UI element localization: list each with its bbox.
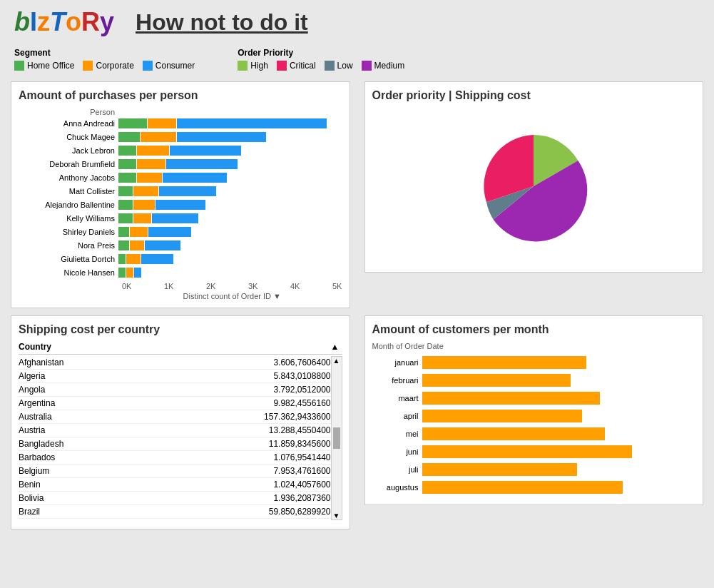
bar-label: Jack Lebron — [19, 146, 118, 155]
month-row: augustus — [372, 480, 696, 495]
bottom-left: Shipping cost per country Country ▲ Afgh… — [7, 312, 354, 533]
table-row: Bolivia 1.936,2087360 — [19, 492, 331, 505]
logo-z: z — [37, 7, 50, 36]
bar-segments — [118, 200, 342, 210]
bottom-right: Amount of customers per month Month of O… — [361, 312, 708, 533]
bar-label: Shirley Daniels — [19, 228, 118, 236]
bar-row: Nicole Hansen — [19, 266, 342, 279]
bar-blue — [170, 146, 241, 156]
person-column-header: Person — [19, 108, 118, 116]
country-cell: Belgium — [19, 466, 175, 476]
bar-orange — [130, 240, 144, 250]
bar-row: Chuck Magee — [19, 131, 342, 143]
page-title: How not to do it — [136, 9, 308, 36]
critical-color — [277, 61, 287, 71]
bar-row: Nora Preis — [19, 239, 342, 252]
logo-I: I — [30, 7, 37, 36]
legend-high: High — [238, 61, 268, 71]
bar-orange — [148, 118, 176, 128]
month-label: juni — [372, 447, 422, 456]
bar-segments — [118, 227, 342, 237]
bar-green — [118, 268, 126, 278]
month-bar — [422, 374, 571, 387]
month-bar — [422, 445, 632, 458]
bottom-content: Shipping cost per country Country ▲ Afgh… — [0, 312, 714, 533]
month-row: februari — [372, 372, 696, 388]
month-chart-rows: januari februari maart april mei juni ju… — [372, 355, 696, 495]
priority-legend-title: Order Priority — [238, 48, 404, 58]
country-cell: Angola — [19, 385, 175, 395]
bar-row: Alejandro Ballentine — [19, 198, 342, 211]
logo-b: b — [14, 7, 30, 36]
bar-green — [118, 213, 133, 223]
bar-row: Matt Collister — [19, 185, 342, 198]
bar-green — [118, 200, 133, 210]
cost-cell: 3.792,0512000 — [175, 385, 331, 395]
scroll-up-arrow[interactable]: ▲ — [332, 357, 342, 365]
right-column: Order priority | Shipping cost — [361, 78, 708, 312]
purchases-bar-chart: Person Anna Andreadi Chuck Magee Jack Le… — [19, 108, 342, 300]
month-bar — [422, 410, 582, 422]
bar-blue — [155, 200, 205, 210]
bar-blue — [145, 240, 180, 250]
header: bIzToRy How not to do it — [0, 0, 714, 44]
logo-o: o — [66, 7, 81, 36]
scrollbar[interactable]: ▲ ▼ — [331, 356, 342, 520]
month-label: mei — [372, 430, 422, 438]
bar-row: Giulietta Dortch — [19, 253, 342, 265]
bar-green — [118, 159, 136, 169]
bar-chart-rows: Anna Andreadi Chuck Magee Jack Lebron De… — [19, 117, 342, 279]
pie-chart-title: Order priority | Shipping cost — [372, 89, 696, 102]
bar-label: Deborah Brumfield — [19, 160, 118, 168]
bar-green — [118, 227, 129, 237]
scroll-thumb[interactable] — [333, 427, 340, 449]
scroll-up-btn[interactable]: ▲ — [331, 342, 342, 352]
bar-segments — [118, 173, 342, 183]
bar-orange — [130, 227, 148, 237]
table-row: Austria 13.288,4550400 — [19, 424, 331, 437]
table-wrapper: Afghanistan 3.606,7606400 Algeria 5.843,… — [19, 356, 342, 520]
table-row: Barbados 1.076,9541440 — [19, 451, 331, 465]
home-office-label: Home Office — [27, 61, 74, 71]
table-row: Brazil 59.850,6289920 — [19, 505, 331, 519]
table-row: Belgium 7.953,4761600 — [19, 465, 331, 478]
bar-blue — [159, 186, 216, 196]
month-label: januari — [372, 358, 422, 367]
month-bar — [422, 356, 586, 369]
bar-segments — [118, 146, 342, 156]
x-label-2k: 2K — [206, 282, 215, 290]
cost-cell: 1.024,4057600 — [175, 480, 331, 490]
bar-orange — [141, 132, 176, 142]
scroll-down-arrow[interactable]: ▼ — [332, 512, 342, 519]
country-cell: Austria — [19, 425, 175, 435]
segment-legend-title: Segment — [14, 48, 195, 58]
country-cell: Australia — [19, 412, 175, 422]
month-axis-label: Month of Order Date — [372, 342, 696, 350]
month-label: april — [372, 412, 422, 420]
shipping-table-title: Shipping cost per country — [19, 323, 342, 336]
high-label: High — [250, 61, 268, 71]
bar-label: Matt Collister — [19, 187, 118, 196]
cost-cell: 9.982,4556160 — [175, 398, 331, 408]
month-bar — [422, 392, 601, 405]
bar-row: Kelly Williams — [19, 212, 342, 225]
x-label-5k: 5K — [332, 282, 342, 290]
bar-segments — [118, 132, 342, 142]
cost-cell: 1.076,9541440 — [175, 452, 331, 462]
bar-orange — [133, 186, 158, 196]
customers-chart-title: Amount of customers per month — [372, 323, 696, 336]
x-label-0k: 0K — [122, 282, 131, 290]
bar-blue — [152, 213, 198, 223]
purchases-chart-title: Amount of purchases per person — [19, 89, 342, 102]
customers-chart-section: Amount of customers per month Month of O… — [364, 315, 704, 505]
cost-cell: 3.606,7606400 — [175, 358, 331, 368]
bar-orange — [126, 268, 133, 278]
month-label: februari — [372, 376, 422, 385]
bar-orange — [133, 213, 151, 223]
shipping-table-body[interactable]: Afghanistan 3.606,7606400 Algeria 5.843,… — [19, 356, 342, 520]
bar-orange — [137, 159, 165, 169]
month-bar — [422, 463, 578, 476]
filter-icon[interactable]: ▼ — [273, 292, 281, 300]
month-bar — [422, 481, 623, 494]
bar-row: Shirley Daniels — [19, 225, 342, 238]
